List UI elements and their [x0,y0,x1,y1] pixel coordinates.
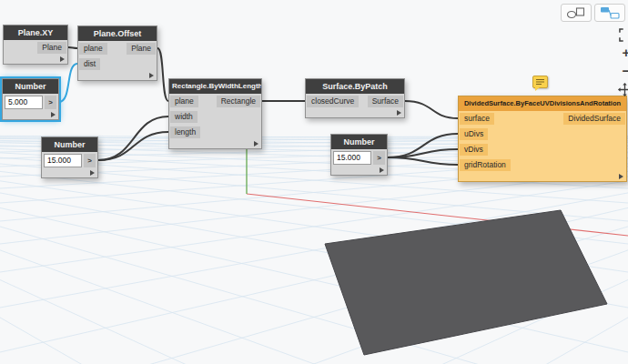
number-input[interactable]: 5.000 [5,96,43,109]
dynamo-workspace[interactable]: { "colors": { "canvas-bg": "#f7f8f9", "g… [0,0,628,364]
zoom-in-button[interactable]: + [618,45,628,61]
lacing-indicator-icon[interactable] [149,73,154,78]
node-plane-xy[interactable]: Plane.XY Plane [3,25,68,65]
output-port-icon[interactable]: > [373,151,385,165]
output-port-rectangle[interactable]: Rectangle [217,96,260,107]
input-port-udivs[interactable]: uDivs [460,128,488,140]
fit-view-button[interactable] [617,26,628,43]
surface-geometry-preview [325,210,607,355]
number-input[interactable]: 15.000 [44,154,82,167]
output-port-surface[interactable]: Surface [368,96,403,107]
node-number-size[interactable]: Number 15.000 > [41,136,98,178]
fit-view-icon [619,28,628,42]
node-title: Plane.Offset [78,26,157,41]
lacing-indicator-icon[interactable] [254,141,258,147]
output-port-icon[interactable]: > [84,154,96,167]
lacing-indicator-icon[interactable] [60,56,65,62]
input-port-gridrotation[interactable]: gridRotation [460,159,511,171]
node-title: Number [42,137,97,152]
node-dividedsurface[interactable]: DividedSurface.ByFaceUVDivisionsAndRotat… [458,96,627,182]
lacing-indicator-icon[interactable] [397,110,401,116]
input-port-plane[interactable]: plane [170,96,198,107]
input-port-vdivs[interactable]: vDivs [460,144,488,156]
lacing-indicator-icon[interactable] [619,174,623,179]
wire[interactable] [388,157,458,165]
pan-button[interactable] [616,81,628,97]
graph-view-button[interactable] [594,4,625,22]
lacing-indicator-icon[interactable] [90,170,95,176]
pan-arrows-icon [617,82,628,97]
output-port-dividedsurface[interactable]: DividedSurface [563,113,625,125]
node-number-divs[interactable]: Number 15.000 > [330,134,388,176]
node-title: Plane.XY [4,25,67,40]
input-port-width[interactable]: width [170,111,198,123]
node-number-dist[interactable]: Number 5.000 > [2,78,59,120]
node-title: Number [331,135,387,149]
wire[interactable] [68,47,77,48]
input-port-surface[interactable]: surface [460,113,494,125]
lacing-indicator-icon[interactable] [380,167,384,173]
node-title: Surface.ByPatch [306,79,404,94]
zoom-out-button[interactable]: − [618,63,628,79]
output-port-plane[interactable]: Plane [37,42,66,54]
view-toolbar [561,4,625,22]
output-port-plane[interactable]: Plane [127,43,156,55]
geometry-shapes-icon [566,6,586,19]
wire[interactable] [157,48,168,101]
wire[interactable] [405,101,458,118]
input-port-dist[interactable]: dist [79,58,100,70]
node-rectangle-bywidthlength[interactable]: Rectangle.ByWidthLength plane Rectangle … [168,78,262,149]
node-surface-bypatch[interactable]: Surface.ByPatch closedCurve Surface [305,78,405,118]
output-port-icon[interactable]: > [45,96,56,109]
node-title: Rectangle.ByWidthLength [169,79,261,94]
warning-note-icon[interactable] [532,76,548,88]
note-lines-icon [535,78,545,86]
wire-selected[interactable] [59,64,77,102]
input-port-length[interactable]: length [170,126,200,138]
node-title: DividedSurface.ByFaceUVDivisionsAndRotat… [459,96,626,111]
graph-nodes-icon [600,6,620,19]
number-input[interactable]: 15.000 [333,151,371,165]
input-port-plane[interactable]: plane [79,43,107,55]
node-plane-offset[interactable]: Plane.Offset plane Plane dist [77,25,157,81]
input-port-closedcurve[interactable]: closedCurve [307,96,359,107]
lacing-indicator-icon[interactable] [51,112,56,117]
node-title: Number [3,79,58,94]
geometry-preview-button[interactable] [561,4,592,22]
